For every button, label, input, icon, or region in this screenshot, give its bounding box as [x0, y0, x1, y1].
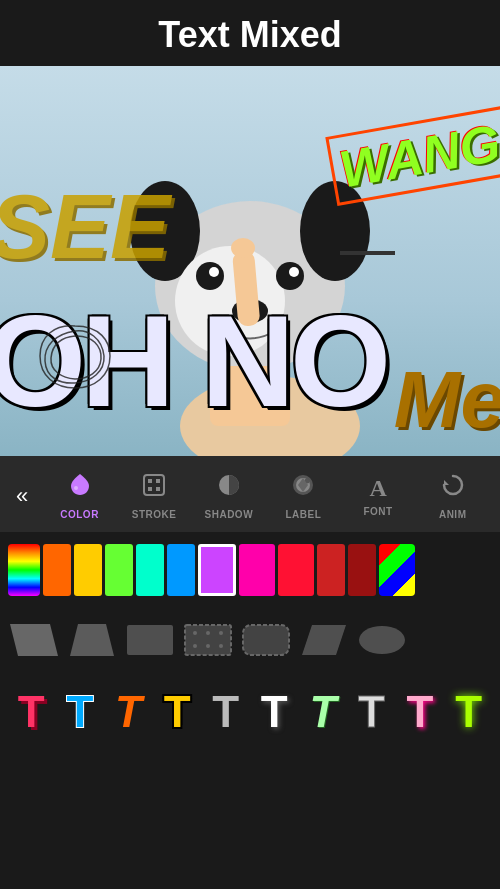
- font-style-9[interactable]: T: [397, 687, 444, 737]
- shape-parallelogram-2[interactable]: [298, 622, 350, 658]
- label-icon: [290, 472, 316, 505]
- svg-rect-16: [156, 479, 160, 483]
- svg-point-34: [219, 644, 223, 648]
- font-label: FONT: [363, 506, 392, 517]
- svg-rect-18: [156, 487, 160, 491]
- shadow-icon: [216, 472, 242, 505]
- svg-point-32: [193, 644, 197, 648]
- shadow-label: SHADOW: [205, 509, 254, 520]
- toolbar: « COLOR STROKE: [0, 456, 500, 532]
- shape-parallelogram-1[interactable]: [8, 622, 60, 658]
- page-title: Text Mixed: [0, 14, 500, 56]
- svg-marker-24: [444, 480, 449, 485]
- color-swatch-maroon[interactable]: [348, 544, 376, 596]
- color-swatch-blue[interactable]: [167, 544, 195, 596]
- color-row: [8, 544, 492, 596]
- svg-point-33: [206, 644, 210, 648]
- anim-icon: [440, 472, 466, 505]
- tool-anim[interactable]: ANIM: [415, 468, 490, 524]
- svg-point-29: [193, 631, 197, 635]
- svg-point-5: [196, 262, 224, 290]
- font-style-2[interactable]: T: [57, 687, 104, 737]
- color-swatch-orange[interactable]: [43, 544, 71, 596]
- stroke-icon: [141, 472, 167, 505]
- svg-point-8: [289, 267, 299, 277]
- font-style-5[interactable]: T: [202, 687, 249, 737]
- font-style-1[interactable]: T: [8, 687, 55, 737]
- tool-stroke[interactable]: STROKE: [117, 468, 192, 524]
- svg-rect-35: [243, 625, 289, 655]
- svg-point-37: [359, 626, 405, 654]
- font-style-4[interactable]: T: [154, 687, 201, 737]
- font-style-6[interactable]: T: [251, 687, 298, 737]
- color-swatch-teal[interactable]: [136, 544, 164, 596]
- color-label: COLOR: [60, 509, 99, 520]
- color-swatch-multi[interactable]: [379, 544, 415, 596]
- color-swatch-yellow[interactable]: [74, 544, 102, 596]
- anim-label: ANIM: [439, 509, 467, 520]
- svg-marker-36: [302, 625, 346, 655]
- stroke-label: STROKE: [132, 509, 177, 520]
- tool-font[interactable]: A FONT: [341, 471, 416, 521]
- dog-illustration: [90, 86, 410, 456]
- svg-point-6: [276, 262, 304, 290]
- svg-rect-17: [148, 487, 152, 491]
- svg-point-13: [74, 486, 78, 490]
- color-swatch-purple[interactable]: [198, 544, 236, 596]
- svg-rect-15: [148, 479, 152, 483]
- svg-point-31: [219, 631, 223, 635]
- shape-row: [8, 614, 492, 666]
- tool-shadow[interactable]: SHADOW: [192, 468, 267, 524]
- font-row: T T T T T T T T T T: [8, 682, 492, 742]
- font-style-7[interactable]: T: [300, 687, 347, 737]
- shape-section: [0, 606, 500, 674]
- canvas-dash-decoration: [340, 251, 395, 255]
- label-label: LABEL: [286, 509, 322, 520]
- color-swatch-red[interactable]: [278, 544, 314, 596]
- shape-dashed-rect-2[interactable]: [240, 622, 292, 658]
- svg-point-4: [175, 246, 285, 356]
- font-style-3[interactable]: T: [105, 687, 152, 737]
- canvas-scribble: [30, 316, 120, 396]
- rainbow-swatch[interactable]: [8, 544, 40, 596]
- color-swatch-darkred[interactable]: [317, 544, 345, 596]
- color-swatch-green[interactable]: [105, 544, 133, 596]
- font-style-section: T T T T T T T T T T: [0, 674, 500, 750]
- toolbar-icons: « COLOR STROKE: [0, 468, 500, 524]
- color-palette-section: [0, 532, 500, 606]
- font-style-10[interactable]: T: [445, 687, 492, 737]
- header: Text Mixed: [0, 0, 500, 66]
- canvas-area: SEE WANG OH NO Me: [0, 66, 500, 456]
- svg-point-30: [206, 631, 210, 635]
- svg-rect-12: [210, 366, 290, 426]
- tool-color[interactable]: COLOR: [42, 468, 117, 524]
- font-style-8[interactable]: T: [348, 687, 395, 737]
- color-swatch-pink[interactable]: [239, 544, 275, 596]
- tool-label[interactable]: LABEL: [266, 468, 341, 524]
- svg-point-7: [209, 267, 219, 277]
- svg-point-3: [300, 181, 370, 281]
- svg-marker-26: [70, 624, 114, 656]
- shape-dashed-rect-1[interactable]: [182, 622, 234, 658]
- shape-oval[interactable]: [356, 622, 408, 658]
- shape-rectangle[interactable]: [124, 622, 176, 658]
- svg-rect-28: [185, 625, 231, 655]
- color-icon: [67, 472, 93, 505]
- font-icon: A: [369, 475, 386, 502]
- svg-rect-14: [144, 475, 164, 495]
- svg-marker-25: [10, 624, 58, 656]
- svg-rect-27: [127, 625, 173, 655]
- shape-trapezoid[interactable]: [66, 622, 118, 658]
- svg-point-11: [231, 238, 255, 258]
- back-button[interactable]: «: [10, 483, 42, 509]
